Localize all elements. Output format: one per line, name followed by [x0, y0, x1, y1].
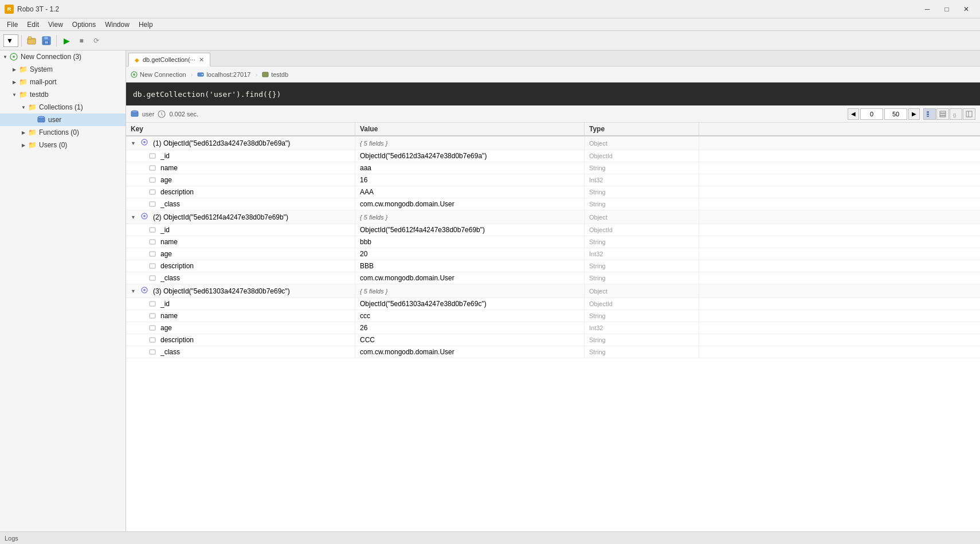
sidebar-item-testdb[interactable]: ▼ 📁 testdb: [0, 88, 126, 101]
save-button[interactable]: [40, 34, 53, 48]
view-custom-button[interactable]: [963, 108, 975, 120]
connection-toggle[interactable]: ▼: [1, 53, 9, 61]
table-row[interactable]: ▼ (3) ObjectId("5ed61303a4247e38d0b7e69c…: [126, 284, 980, 298]
row3-id-type: ObjectId: [585, 298, 699, 310]
tab-query[interactable]: ◆ db.getCollection(··· ✕: [128, 53, 210, 66]
row1-name-value: aaa: [355, 162, 585, 174]
table-row[interactable]: ▼ (2) ObjectId("5ed612f4a4247e38d0b7e69b…: [126, 210, 980, 224]
view-tree-button[interactable]: [923, 108, 936, 120]
functions-toggle[interactable]: ▶: [19, 128, 28, 136]
field-icon: [149, 177, 156, 183]
col-header-type: Type: [585, 123, 699, 135]
row1-name-key: name: [126, 162, 355, 174]
field-icon: [149, 201, 156, 208]
nav-prev-button[interactable]: ◀: [848, 108, 859, 120]
col-header-key: Key: [126, 123, 355, 135]
svg-point-30: [143, 141, 146, 143]
functions-folder-icon: 📁: [28, 128, 37, 137]
row3-expand-icon[interactable]: ▼: [131, 288, 136, 294]
query-bar-host-label: localhost:27017: [206, 71, 250, 78]
row3-key: (3) ObjectId("5ed61303a4247e38d0b7e69c"): [153, 287, 290, 295]
row3-class-label: _class: [160, 348, 180, 356]
row3-class-value: com.cw.mongodb.domain.User: [355, 346, 585, 358]
status-bar: Logs: [0, 531, 980, 544]
database-icon: [262, 71, 269, 78]
menu-help[interactable]: Help: [134, 19, 158, 30]
refresh-button[interactable]: ⟳: [89, 34, 103, 48]
table-row: name ccc String: [126, 310, 980, 322]
menu-file[interactable]: File: [2, 19, 22, 30]
close-button[interactable]: ✕: [957, 3, 975, 15]
menu-view[interactable]: View: [44, 19, 68, 30]
row3-value-cell: { 5 fields }: [355, 284, 585, 298]
sidebar-item-system[interactable]: ▶ 📁 System: [0, 63, 126, 76]
svg-point-13: [202, 74, 203, 75]
open-button[interactable]: [25, 34, 38, 48]
row1-value: { 5 fields }: [360, 140, 387, 147]
table-row[interactable]: ▼ (1) ObjectId("5ed612d3a4247e38d0b7e69a…: [126, 136, 980, 150]
row3-id-label: _id: [160, 300, 170, 308]
sidebar-item-mallport[interactable]: ▶ 📁 mall-port: [0, 76, 126, 88]
query-input[interactable]: db.getCollection('user').find({}): [126, 83, 980, 105]
svg-rect-20: [927, 111, 929, 113]
mallport-label: mall-port: [30, 78, 57, 86]
menu-window[interactable]: Window: [100, 19, 134, 30]
mallport-toggle[interactable]: ▶: [10, 78, 18, 86]
query-text: db.getCollection('user').find({}): [133, 90, 281, 99]
table-row: _id ObjectId("5ed612d3a4247e38d0b7e69a")…: [126, 150, 980, 162]
app-icon: R: [5, 5, 14, 14]
row3-type: Object: [589, 288, 607, 295]
clock-icon: [158, 110, 166, 118]
table-row: age 16 Int32: [126, 174, 980, 186]
svg-rect-3: [44, 37, 48, 40]
row2-desc-type: String: [585, 260, 699, 272]
system-toggle[interactable]: ▶: [10, 65, 18, 73]
results-time: 0.002 sec.: [169, 111, 198, 118]
users-tree-toggle[interactable]: ▶: [19, 141, 28, 149]
stop-button[interactable]: ■: [75, 34, 88, 48]
row1-desc-value: AAA: [355, 186, 585, 198]
row2-age-label: age: [160, 250, 172, 258]
nav-next-button[interactable]: ▶: [908, 108, 920, 120]
menu-edit[interactable]: Edit: [22, 19, 44, 30]
user-toggle[interactable]: ▶: [29, 116, 37, 124]
tab-close-button[interactable]: ✕: [199, 56, 204, 64]
row2-class-key: _class: [126, 272, 355, 284]
field-icon: [149, 349, 156, 355]
minimize-button[interactable]: ─: [918, 3, 936, 15]
view-json-button[interactable]: {}: [950, 108, 962, 120]
svg-rect-34: [150, 190, 155, 194]
connection-small-icon: [131, 71, 138, 78]
maximize-button[interactable]: □: [938, 3, 956, 15]
svg-rect-39: [150, 240, 155, 244]
collections-toggle[interactable]: ▼: [19, 103, 28, 111]
query-bar-connection-label: New Connection: [140, 71, 186, 78]
row2-key-cell: ▼ (2) ObjectId("5ed612f4a4247e38d0b7e69b…: [126, 210, 355, 224]
row1-expand-icon[interactable]: ▼: [131, 140, 136, 146]
run-button[interactable]: ▶: [60, 34, 73, 48]
row3-age-label: age: [160, 324, 172, 332]
menu-options[interactable]: Options: [68, 19, 100, 30]
row1-value-cell: { 5 fields }: [355, 136, 585, 150]
toolbar-sep-1: [21, 35, 22, 46]
view-table-button[interactable]: [936, 108, 949, 120]
sidebar-item-functions[interactable]: ▶ 📁 Functions (0): [0, 126, 126, 139]
svg-rect-46: [150, 314, 155, 318]
svg-point-11: [133, 73, 135, 76]
sidebar-item-connection[interactable]: ▼ New Connection (3): [0, 50, 126, 63]
testdb-toggle[interactable]: ▼: [10, 91, 18, 99]
nav-page-start-input[interactable]: [860, 108, 883, 120]
sidebar-item-users[interactable]: ▶ 📁 Users (0): [0, 139, 126, 151]
right-panel: ◆ db.getCollection(··· ✕ New Connection …: [126, 50, 980, 531]
tab-query-label: db.getCollection(···: [143, 56, 195, 63]
svg-rect-35: [150, 202, 155, 206]
sidebar-item-user[interactable]: ▶ user: [0, 114, 126, 126]
connection-label: New Connection (3): [21, 53, 81, 61]
row2-class-type: String: [585, 272, 699, 284]
table-row-group-1: ▼ (1) ObjectId("5ed612d3a4247e38d0b7e69a…: [126, 136, 980, 210]
svg-rect-47: [150, 326, 155, 330]
sidebar-item-collections[interactable]: ▼ 📁 Collections (1): [0, 101, 126, 114]
row2-expand-icon[interactable]: ▼: [131, 214, 136, 220]
nav-page-size-input[interactable]: [884, 108, 907, 120]
toolbar-dropdown[interactable]: ▼: [3, 34, 18, 47]
